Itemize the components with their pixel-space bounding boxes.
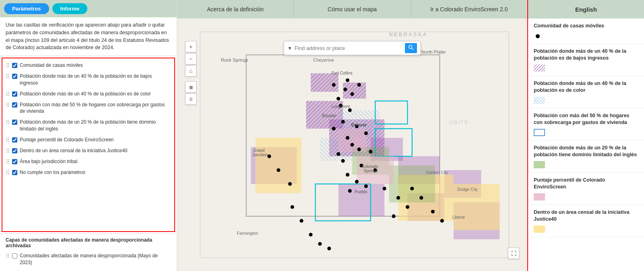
layer-checkbox[interactable]: [12, 63, 17, 68]
archived-title: Capas de comunidades afectadas de manera…: [6, 237, 171, 248]
archived-checkbox[interactable]: [12, 253, 17, 259]
layer-list: ⠿ Comunidad de casas móviles ⠿ Población…: [2, 58, 175, 232]
zoom-out-button[interactable]: −: [185, 53, 196, 64]
layer-item: ⠿ Dentro de un área censal de la iniciat…: [2, 145, 174, 156]
legend-item-title: Puntaje percentil de Colorado EnviroScre…: [534, 177, 638, 191]
svg-point-54: [355, 180, 359, 184]
legend-item-title: Población donde más de un 40 % de la pob…: [534, 80, 638, 94]
layer-label: Población con más del 50 % de hogares co…: [20, 101, 171, 115]
legend-symbol: [534, 97, 545, 104]
svg-line-92: [412, 48, 414, 50]
svg-point-49: [369, 150, 372, 153]
search-dropdown-icon[interactable]: ▼: [287, 46, 292, 51]
drag-handle: ⠿: [6, 159, 10, 165]
list-button[interactable]: ☰: [185, 93, 196, 105]
layer-label: No cumple con los parámetros: [20, 169, 85, 176]
archived-layer-item: ⠿ Comunidades afectadas de manera despro…: [6, 251, 171, 268]
svg-point-70: [419, 196, 423, 200]
layer-item: ⠿ Puntaje percentil de Colorado EnviroSc…: [2, 134, 174, 145]
right-panel: English Comunidad de casas móviles Pobla…: [527, 0, 644, 271]
layer-checkbox[interactable]: [12, 102, 17, 108]
svg-point-59: [288, 182, 292, 186]
svg-point-61: [300, 219, 303, 223]
layer-checkbox[interactable]: [12, 148, 17, 153]
legend-item: Población con más del 50 % de hogares co…: [528, 108, 644, 141]
legend-item-title: Población donde más de un 20 % de la pob…: [534, 145, 638, 159]
layer-checkbox[interactable]: [12, 137, 17, 143]
svg-text:Liberal: Liberal: [452, 215, 464, 219]
search-input[interactable]: [295, 45, 402, 51]
svg-point-37: [346, 79, 349, 82]
svg-point-33: [332, 83, 336, 87]
panel-description: Use las casillas de verificación que apa…: [0, 17, 177, 56]
nav-tab-enviroscreen[interactable]: Ir a Colorado EnviroScreen 2.0: [411, 0, 527, 19]
svg-text:Springs: Springs: [364, 169, 378, 173]
map-area: Acerca de la definición Cómo usar el map…: [177, 0, 527, 271]
layer-label: Población donde más de un 40 % de la pob…: [20, 73, 171, 87]
svg-rect-98: [534, 129, 545, 136]
legend-item-title: Comunidad de casas móviles: [534, 23, 638, 30]
layer-checkbox[interactable]: [12, 74, 17, 79]
layer-checkbox[interactable]: [12, 120, 17, 125]
svg-rect-99: [534, 161, 545, 168]
zoom-in-button[interactable]: +: [185, 41, 196, 52]
map-container[interactable]: Rock Springs Cheyenne North Platte Fort …: [177, 19, 527, 271]
svg-text:Dodge City: Dodge City: [457, 187, 478, 192]
layer-label: Población donde más de un 40 % de la pob…: [20, 91, 151, 97]
layer-item: ⠿ Comunidad de casas móviles: [2, 60, 174, 71]
svg-point-46: [350, 143, 354, 147]
svg-text:Cheyenne: Cheyenne: [313, 58, 334, 62]
left-panel: Parámetros Informe Use las casillas de v…: [0, 0, 177, 271]
svg-rect-17: [311, 73, 339, 92]
search-bar: ▼: [284, 41, 421, 55]
svg-point-55: [364, 184, 368, 188]
drag-handle: ⠿: [6, 73, 10, 80]
svg-text:Longmont: Longmont: [331, 104, 350, 109]
map-svg: Rock Springs Cheyenne North Platte Fort …: [177, 19, 527, 271]
svg-rect-97: [534, 97, 545, 104]
layer-checkbox[interactable]: [12, 159, 17, 164]
svg-point-41: [341, 120, 345, 124]
svg-text:Garden City: Garden City: [426, 170, 448, 175]
map-expand-button[interactable]: ⛶: [508, 248, 519, 259]
svg-point-38: [357, 83, 361, 87]
svg-point-48: [336, 152, 340, 156]
svg-point-91: [409, 46, 412, 49]
svg-text:Boulder: Boulder: [322, 114, 337, 118]
layer-toggle-button[interactable]: ▦: [185, 81, 196, 93]
legend-symbol: [534, 225, 545, 233]
nav-tab-como-usar[interactable]: Cómo usar el mapa: [294, 0, 411, 19]
svg-rect-31: [339, 128, 366, 151]
svg-point-65: [383, 187, 386, 190]
drag-handle-archived: ⠿: [6, 253, 10, 259]
archived-section: Capas de comunidades afectadas de manera…: [0, 234, 177, 271]
layer-checkbox[interactable]: [12, 91, 17, 97]
layer-checkbox[interactable]: [12, 170, 17, 175]
nav-tab-definicion[interactable]: Acerca de la definición: [177, 0, 294, 19]
svg-rect-9: [339, 184, 384, 216]
legend-symbol: [534, 129, 545, 136]
drag-handle: ⠿: [6, 170, 10, 176]
svg-point-72: [440, 219, 444, 223]
svg-point-36: [336, 97, 340, 100]
map-background: Rock Springs Cheyenne North Platte Fort …: [177, 19, 527, 271]
svg-text:Pueblo: Pueblo: [355, 190, 367, 194]
svg-point-58: [277, 168, 280, 172]
search-icon: [408, 45, 414, 50]
svg-rect-23: [256, 138, 301, 193]
home-button[interactable]: ⌂: [185, 65, 196, 77]
svg-point-69: [410, 187, 414, 190]
tab-informe[interactable]: Informe: [52, 3, 88, 14]
svg-text:Farmington: Farmington: [237, 231, 258, 236]
svg-point-50: [341, 159, 345, 163]
tab-parametros[interactable]: Parámetros: [4, 3, 49, 14]
layer-label: Puntaje percentil de Colorado EnviroScre…: [20, 137, 114, 143]
svg-text:Junction: Junction: [252, 153, 268, 157]
drag-handle: ⠿: [6, 62, 10, 69]
svg-point-57: [267, 155, 271, 158]
search-button[interactable]: [405, 43, 417, 53]
legend-symbol: [534, 161, 545, 168]
svg-text:NEBRASKA: NEBRASKA: [389, 32, 428, 37]
svg-point-62: [309, 233, 312, 236]
svg-point-67: [406, 205, 409, 209]
